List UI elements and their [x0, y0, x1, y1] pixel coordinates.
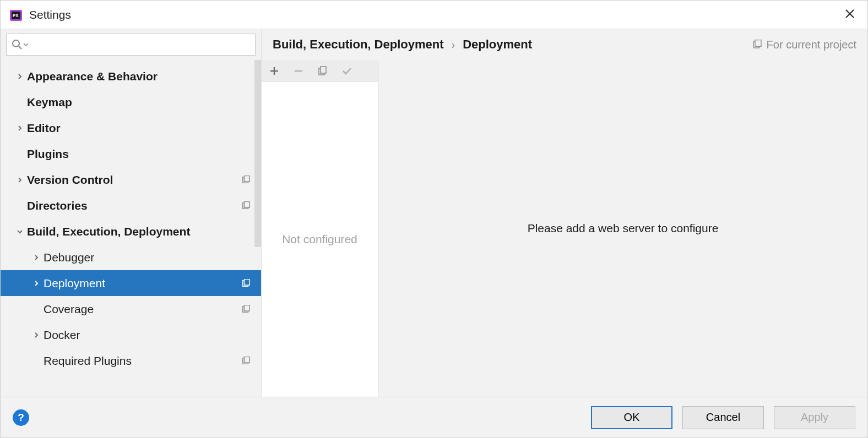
app-logo-icon: PS	[8, 7, 24, 23]
tree-item-label: Docker	[44, 328, 252, 342]
tree-item-label: Debugger	[44, 251, 252, 264]
chevron-right-icon	[29, 254, 44, 261]
window-title: Settings	[29, 8, 71, 21]
project-scope-icon	[240, 176, 252, 184]
tree-item-debugger[interactable]: Debugger	[1, 244, 261, 270]
svg-line-4	[19, 46, 21, 49]
settings-tree: Appearance & BehaviorKeymapEditorPlugins…	[1, 60, 261, 397]
project-scope-icon	[240, 201, 252, 210]
dialog-footer: ? OK Cancel Apply	[1, 397, 867, 437]
svg-point-3	[13, 40, 19, 47]
svg-rect-12	[244, 305, 249, 311]
chevron-right-icon: ›	[451, 39, 455, 51]
svg-rect-16	[755, 40, 761, 47]
settings-sidebar: Appearance & BehaviorKeymapEditorPlugins…	[1, 29, 262, 397]
project-scope-icon	[240, 357, 252, 365]
svg-rect-6	[244, 176, 249, 182]
empty-detail-label: Please add a web server to configure	[528, 222, 719, 235]
tree-item-appearance-behavior[interactable]: Appearance & Behavior	[1, 63, 261, 89]
search-input[interactable]	[32, 39, 251, 51]
project-scope-icon	[240, 305, 252, 314]
tree-item-label: Build, Execution, Deployment	[27, 225, 252, 238]
chevron-right-icon	[13, 177, 27, 183]
chevron-right-icon	[13, 73, 27, 80]
tree-item-deployment[interactable]: Deployment	[1, 270, 261, 296]
breadcrumb: Build, Execution, Deployment › Deploymen…	[262, 29, 867, 60]
cancel-button[interactable]: Cancel	[682, 406, 764, 429]
scrollbar[interactable]	[254, 60, 261, 247]
search-dropdown-icon[interactable]	[23, 42, 29, 47]
tree-item-label: Appearance & Behavior	[27, 70, 252, 83]
tree-item-label: Required Plugins	[44, 354, 240, 368]
tree-item-label: Plugins	[27, 147, 252, 161]
svg-text:PS: PS	[13, 13, 19, 18]
detail-panel: Please add a web server to configure	[378, 60, 867, 397]
chevron-right-icon	[29, 280, 44, 287]
chevron-right-icon	[29, 332, 44, 338]
tree-item-label: Directories	[27, 199, 240, 212]
titlebar: PS Settings	[1, 1, 867, 29]
list-toolbar	[262, 60, 378, 82]
tree-item-coverage[interactable]: Coverage	[1, 296, 261, 322]
tree-item-label: Version Control	[27, 173, 240, 187]
add-icon[interactable]	[268, 65, 280, 77]
empty-list-label: Not configured	[282, 233, 357, 246]
tree-item-label: Keymap	[27, 96, 252, 109]
apply-button: Apply	[774, 406, 855, 429]
chevron-down-icon	[13, 228, 27, 235]
svg-rect-18	[321, 67, 326, 73]
tree-item-editor[interactable]: Editor	[1, 115, 261, 141]
tree-item-required-plugins[interactable]: Required Plugins	[1, 348, 261, 374]
remove-icon[interactable]	[292, 65, 305, 77]
svg-rect-8	[244, 201, 249, 207]
server-list: Not configured	[262, 82, 378, 397]
project-scope-icon	[752, 40, 762, 50]
copy-icon[interactable]	[317, 65, 329, 77]
server-list-panel: Not configured	[262, 60, 378, 397]
tree-item-version-control[interactable]: Version Control	[1, 167, 261, 193]
tree-item-label: Coverage	[44, 303, 240, 316]
tree-item-build-execution-deployment[interactable]: Build, Execution, Deployment	[1, 218, 261, 244]
tree-item-keymap[interactable]: Keymap	[1, 89, 261, 115]
close-icon[interactable]	[840, 5, 860, 25]
search-field[interactable]	[6, 34, 256, 56]
svg-rect-10	[244, 279, 249, 285]
project-scope-icon	[240, 279, 252, 288]
breadcrumb-part-1: Build, Execution, Deployment	[273, 37, 443, 52]
help-icon[interactable]: ?	[13, 409, 29, 426]
ok-button[interactable]: OK	[591, 406, 672, 429]
chevron-right-icon	[13, 125, 27, 132]
svg-rect-14	[244, 357, 249, 363]
tree-item-label: Editor	[27, 122, 252, 135]
tree-item-docker[interactable]: Docker	[1, 322, 261, 348]
scope-label: For current project	[752, 39, 856, 51]
tree-item-label: Deployment	[44, 277, 240, 290]
tree-item-plugins[interactable]: Plugins	[1, 141, 261, 167]
check-icon[interactable]	[341, 65, 353, 77]
search-icon	[11, 39, 23, 51]
tree-item-directories[interactable]: Directories	[1, 193, 261, 218]
breadcrumb-part-2: Deployment	[463, 37, 532, 52]
